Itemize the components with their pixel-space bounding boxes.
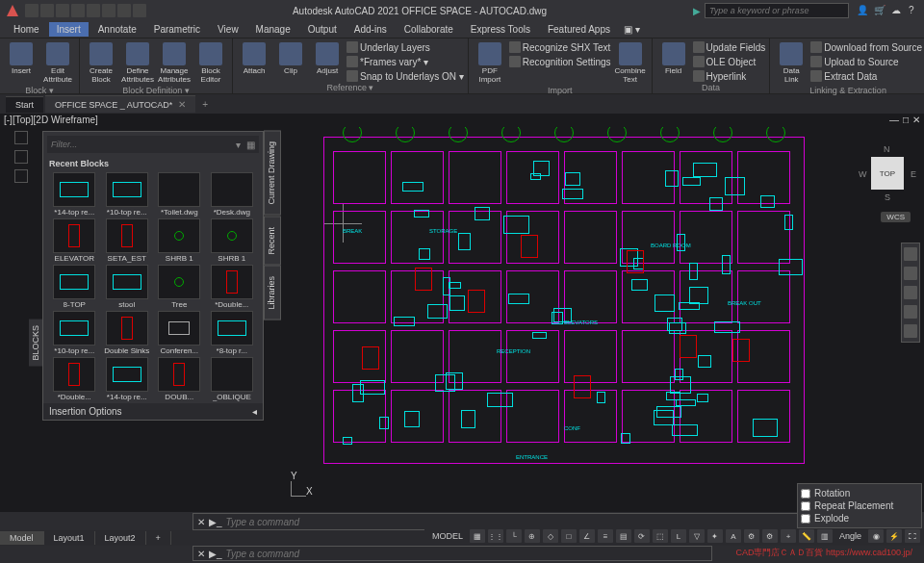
- ribbon-btn-create-block[interactable]: Create Block: [84, 40, 118, 86]
- units-icon[interactable]: 📏: [799, 529, 814, 543]
- block-item[interactable]: *Double...: [49, 357, 100, 401]
- drawing-canvas[interactable]: BREAKSTORAGEBOARD ROOMELEVATORSRECEPTION…: [285, 127, 897, 512]
- block-item[interactable]: *8-top r...: [207, 311, 258, 355]
- hardware-icon[interactable]: ⚡: [886, 529, 902, 543]
- ribbon-row[interactable]: Recognize SHX Text: [509, 40, 611, 54]
- ribbon-btn-pdf-import[interactable]: PDF Import: [473, 40, 507, 86]
- block-item[interactable]: Tree: [154, 265, 205, 309]
- nav-showmotion-icon[interactable]: [904, 324, 917, 338]
- add-layout-button[interactable]: +: [146, 531, 171, 545]
- close-icon[interactable]: ✕: [178, 99, 186, 110]
- compass-w[interactable]: W: [859, 169, 867, 179]
- block-item[interactable]: ELEVATOR: [49, 218, 100, 263]
- status-angle[interactable]: Angle: [835, 531, 865, 541]
- command-line-2[interactable]: ✕ ▶_: [192, 546, 712, 561]
- qat-save-icon[interactable]: [56, 4, 69, 17]
- isolate-icon[interactable]: ◉: [868, 529, 884, 543]
- ribbon-btn-adjust[interactable]: Adjust: [310, 40, 345, 77]
- ribbon-row[interactable]: *Frames vary* ▾: [346, 55, 464, 68]
- menu-insert[interactable]: Insert: [49, 22, 89, 37]
- polar-icon[interactable]: ⊕: [525, 529, 540, 543]
- option-checkbox[interactable]: [801, 514, 810, 524]
- grid-icon[interactable]: ▦: [470, 529, 485, 543]
- blocks-filter[interactable]: ▾ ▦: [47, 136, 259, 153]
- option-rotation[interactable]: Rotation: [801, 487, 918, 499]
- ribbon-row[interactable]: Underlay Layers: [346, 40, 464, 54]
- ribbon-expand-icon[interactable]: ▣ ▾: [624, 24, 640, 35]
- block-item[interactable]: *10-top re...: [102, 172, 153, 217]
- nav-pan-icon[interactable]: [904, 267, 917, 280]
- file-tab[interactable]: OFFICE SPACE _ AUTOCAD*✕: [45, 95, 195, 113]
- workspace-icon[interactable]: ⚙: [762, 529, 778, 543]
- block-item[interactable]: _OBLIQUE: [207, 357, 258, 401]
- block-item[interactable]: stool: [102, 265, 153, 309]
- ribbon-btn-attach[interactable]: Attach: [237, 40, 271, 77]
- menu-collaborate[interactable]: Collaborate: [397, 22, 461, 37]
- annoscale-icon[interactable]: A: [726, 529, 741, 543]
- help-icon[interactable]: ?: [909, 5, 920, 16]
- file-tab[interactable]: Start: [6, 96, 43, 113]
- qat-new-icon[interactable]: [25, 4, 38, 17]
- vp-close-icon[interactable]: ✕: [912, 115, 920, 126]
- blocks-filter-input[interactable]: [51, 140, 236, 149]
- viewport-label[interactable]: [-][Top][2D Wireframe]: [4, 115, 98, 126]
- option-explode[interactable]: Explode: [801, 512, 918, 525]
- compass-s[interactable]: S: [885, 192, 890, 202]
- block-item[interactable]: *Toilet.dwg: [154, 172, 205, 217]
- menu-view[interactable]: View: [210, 22, 246, 37]
- vp-restore-icon[interactable]: □: [903, 115, 909, 126]
- ribbon-btn-edit-attribute[interactable]: Edit Attribute: [40, 40, 75, 86]
- ribbon-row[interactable]: Download from Source: [810, 40, 922, 54]
- block-item[interactable]: Double Sinks: [102, 311, 153, 355]
- ribbon-row[interactable]: OLE Object: [693, 55, 766, 68]
- ribbon-btn-data-link[interactable]: Data Link: [774, 40, 808, 86]
- option-checkbox[interactable]: [801, 501, 810, 511]
- qat-undo-icon[interactable]: [102, 4, 116, 17]
- blocks-palette-title[interactable]: BLOCKS: [29, 320, 42, 367]
- vp-minimize-icon[interactable]: —: [889, 115, 899, 126]
- command-input-2[interactable]: [226, 549, 707, 559]
- option-checkbox[interactable]: [801, 489, 810, 499]
- annovis-icon[interactable]: ⚙: [744, 529, 759, 543]
- menu-home[interactable]: Home: [6, 22, 47, 37]
- cleanscreen-icon[interactable]: ⛶: [905, 529, 920, 543]
- block-item[interactable]: *14-top re...: [102, 357, 153, 401]
- qat-saveas-icon[interactable]: [71, 4, 85, 17]
- side-tab-libraries[interactable]: Libraries: [264, 266, 281, 320]
- ribbon-row[interactable]: Extract Data: [810, 69, 922, 83]
- help-search[interactable]: [705, 3, 849, 18]
- qat-redo-icon[interactable]: [117, 4, 131, 17]
- 3dosnap-icon[interactable]: ⬚: [653, 529, 668, 543]
- menu-featured-apps[interactable]: Featured Apps: [540, 22, 618, 37]
- ribbon-btn-clip[interactable]: Clip: [273, 40, 308, 77]
- side-tab-current-drawing[interactable]: Current Drawing: [264, 131, 281, 216]
- menu-annotate[interactable]: Annotate: [90, 22, 144, 37]
- quickprop-icon[interactable]: ▥: [817, 529, 833, 543]
- block-item[interactable]: *Desk.dwg: [207, 172, 258, 217]
- menu-parametric[interactable]: Parametric: [146, 22, 208, 37]
- layout-tab-layout1[interactable]: Layout1: [44, 531, 95, 545]
- cycling-icon[interactable]: ⟳: [634, 529, 650, 543]
- new-tab-button[interactable]: +: [197, 96, 213, 112]
- ribbon-btn-manage-attributes[interactable]: Manage Attributes: [157, 40, 192, 86]
- ribbon-btn-block-editor[interactable]: Block Editor: [193, 40, 228, 86]
- block-item[interactable]: SHRB 1: [154, 218, 205, 263]
- cmd-close-icon[interactable]: ✕: [197, 517, 205, 527]
- ribbon-row[interactable]: Update Fields: [693, 40, 766, 54]
- block-item[interactable]: SHRB 1: [207, 218, 258, 263]
- palette-expand-icon[interactable]: [14, 150, 28, 164]
- menu-output[interactable]: Output: [300, 22, 345, 37]
- iso-icon[interactable]: ◇: [543, 529, 558, 543]
- menu-add-ins[interactable]: Add-ins: [346, 22, 395, 37]
- annomonitor-icon[interactable]: +: [781, 529, 796, 543]
- transparency-icon[interactable]: ▤: [616, 529, 631, 543]
- ribbon-btn-define-attributes[interactable]: Define Attributes: [120, 40, 155, 86]
- app-icon[interactable]: [4, 2, 21, 19]
- ribbon-row[interactable]: Recognition Settings: [509, 55, 611, 68]
- ribbon-row[interactable]: Hyperlink: [693, 69, 766, 83]
- wcs-badge[interactable]: WCS: [881, 212, 911, 222]
- side-tab-recent[interactable]: Recent: [264, 217, 281, 266]
- block-item[interactable]: *Double...: [207, 265, 258, 309]
- snap-icon[interactable]: ⋮⋮: [488, 529, 503, 543]
- ribbon-btn-field[interactable]: Field: [656, 40, 691, 77]
